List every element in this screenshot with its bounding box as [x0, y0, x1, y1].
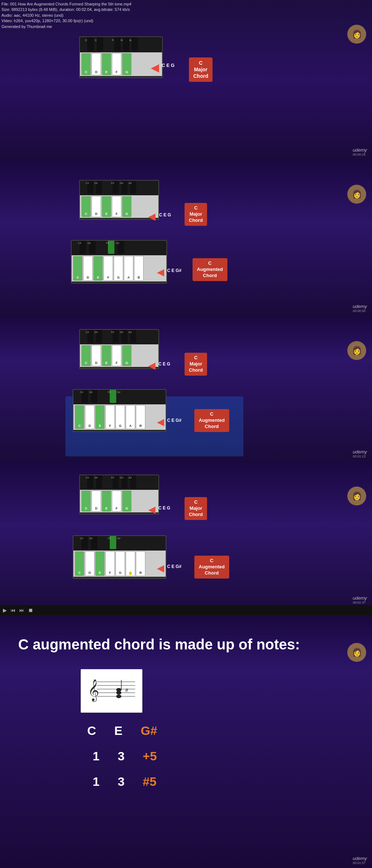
- file-metadata: File: 001 How Are Augmented Chords Forme…: [1, 1, 132, 29]
- piano-keyboard-4a: C# D# F# G# A# C D E F G: [79, 475, 159, 515]
- controls-bar[interactable]: ▶ ⏮ ⏭ ⏹: [0, 605, 372, 615]
- udemy-logo-4: udemy 00:01:37: [353, 595, 367, 604]
- arrow-3a: ◀: [148, 360, 155, 371]
- udemy-logo-2: udemy 00:00:50: [353, 304, 367, 313]
- notes-2a: C E G: [159, 212, 171, 217]
- chord-label-4a: CMajorChord: [185, 497, 207, 520]
- section1-video-frame: File: 001 How Are Augmented Chords Forme…: [0, 0, 372, 160]
- avatar-2: 👩: [347, 185, 366, 204]
- udemy-logo-1: udemy 00:00:25: [353, 147, 367, 156]
- section2-video-frame: 👩 C# D# F# G# A# C D E F G ◀ C E G CMajo…: [0, 160, 372, 316]
- svg-text:#: #: [125, 687, 128, 693]
- section5-notes-display: 👩 C augmented chord is made up of notes:…: [0, 618, 372, 868]
- piano-keyboard-4b: C# D# F# G# C D E F G A B: [73, 535, 166, 579]
- notes-numbers-row1: 1 3 +5: [93, 749, 157, 763]
- chord-label-4b: CAugmentedChord: [194, 556, 229, 579]
- arrow-2a: ◀: [148, 211, 155, 222]
- chord-label-3a: CMajorChord: [185, 353, 207, 376]
- stop-icon[interactable]: ⏹: [28, 607, 33, 613]
- arrow-4b: ◀: [157, 563, 164, 574]
- chord-label-2a: CMajorChord: [185, 203, 207, 226]
- piano-keyboard-1: C# D# F# G# A# C D E F G: [79, 36, 163, 78]
- key-g: G: [122, 53, 132, 75]
- piano-keyboard-2b: C# D# F# G# C D E F G A B: [71, 240, 167, 284]
- chord-label-3b: CAugmentedChord: [194, 409, 229, 432]
- section3-video-frame: 👩 C# D# F# G# A# C D E F G ◀ C E G CMajo…: [0, 316, 372, 462]
- notes-4b: C E G#: [167, 564, 181, 569]
- arrow-2b: ◀: [157, 267, 164, 278]
- degree-plus5: +5: [143, 749, 157, 763]
- note-gs: G#: [141, 724, 157, 738]
- degree-3b: 3: [118, 775, 125, 789]
- notes-numbers-row2: 1 3 #5: [93, 775, 157, 789]
- section4-video-frame: 👩 C# D# F# G# A# C D E F G ◀ C E G CMajo…: [0, 462, 372, 618]
- key-e: E: [102, 53, 111, 75]
- notes-4a: C E G: [158, 505, 170, 511]
- svg-point-8: [116, 688, 121, 692]
- degree-hash5: #5: [143, 775, 157, 789]
- chord-label-2b: CAugmentedChord: [193, 258, 227, 281]
- degree-3: 3: [118, 749, 125, 763]
- next-icon[interactable]: ⏭: [19, 607, 24, 613]
- notes-label-1: C E G: [162, 63, 174, 68]
- avatar-4: 👩: [347, 487, 366, 505]
- piano-keyboard-3b: C# D# F# G# C D E F G A B: [73, 389, 166, 432]
- piano-keyboard-2a: C# D# F# G# A# C D E F G: [79, 180, 159, 220]
- key-c: C: [81, 53, 91, 75]
- play-icon[interactable]: ▶: [3, 607, 7, 613]
- arrow-3b: ◀: [157, 416, 164, 428]
- notes-arrow-1: ◀: [151, 61, 159, 74]
- chord-label-1: C Major Chord: [189, 57, 213, 82]
- notes-3a: C E G: [158, 361, 170, 367]
- svg-point-6: [116, 695, 121, 698]
- degree-1b: 1: [93, 775, 100, 789]
- note-e: E: [114, 724, 123, 738]
- udemy-logo-3: udemy 00:01:13: [353, 449, 367, 458]
- arrow-4a: ◀: [148, 504, 155, 515]
- notes-letters-row: C E G#: [87, 724, 157, 738]
- avatar: 👩: [347, 25, 366, 44]
- avatar-3: 👩: [347, 341, 366, 360]
- prev-icon[interactable]: ⏮: [11, 607, 16, 613]
- staff-notation: 𝄞 #: [81, 669, 142, 713]
- augmented-heading: C augmented chord is made up of notes:: [18, 636, 300, 653]
- avatar-5: 👩: [347, 643, 366, 662]
- notes-2b: C E G#: [167, 268, 181, 273]
- key-f: F: [112, 53, 121, 75]
- note-c: C: [87, 724, 96, 738]
- udemy-logo-5: udemy 00:01:57: [353, 856, 367, 865]
- key-d: D: [92, 53, 101, 75]
- svg-text:𝄞: 𝄞: [88, 679, 99, 702]
- piano-keyboard-3a: C# D# F# G# A# C D E F G: [79, 329, 159, 369]
- degree-1: 1: [93, 749, 100, 763]
- notes-3b: C E G#: [167, 418, 181, 423]
